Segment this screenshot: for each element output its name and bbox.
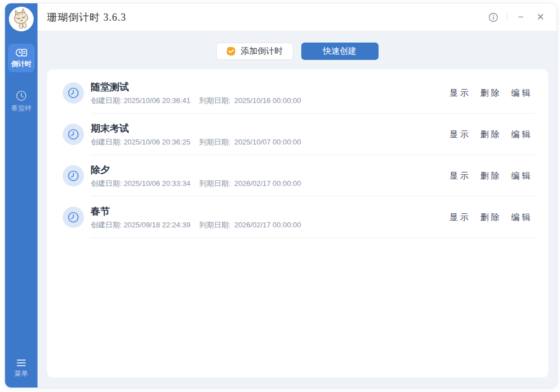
due-date-label: 到期日期:	[199, 221, 231, 229]
sidebar-menu-button[interactable]: 菜单	[15, 359, 28, 379]
title-bar: 珊瑚倒计时 3.6.3 − ✕	[38, 3, 557, 31]
minimize-icon: −	[518, 12, 524, 22]
due-date-value: 2026/02/17 00:00:00	[234, 221, 301, 229]
countdown-dates: 创建日期:2025/10/06 20:36:41 到期日期: 2025/10/1…	[91, 96, 301, 106]
item-actions: 显 示 删 除 编 辑	[449, 88, 530, 99]
app-logo-cat-avatar[interactable]	[9, 7, 34, 31]
edit-link[interactable]: 编 辑	[511, 129, 530, 140]
due-date: 到期日期: 2026/02/17 00:00:00	[199, 220, 301, 230]
countdown-list-item: 期末考试 创建日期:2025/10/06 20:36:25 到期日期: 2025…	[47, 114, 548, 155]
created-date-label: 创建日期:	[91, 138, 122, 146]
created-date-label: 创建日期:	[91, 96, 122, 105]
countdown-icon	[15, 48, 27, 58]
cat-illustration-icon	[9, 7, 34, 31]
controls-divider	[507, 13, 507, 21]
due-date: 到期日期: 2025/10/16 00:00:00	[199, 96, 301, 106]
window-controls: − ✕	[487, 11, 547, 24]
edit-link[interactable]: 编 辑	[511, 88, 530, 99]
due-date-label: 到期日期:	[199, 138, 231, 146]
show-link[interactable]: 显 示	[449, 171, 468, 181]
created-date: 创建日期:2025/10/06 20:33:34	[91, 179, 190, 189]
due-date-value: 2026/02/17 00:00:00	[234, 179, 301, 188]
quick-create-label: 快速创建	[323, 46, 357, 57]
clock-icon	[67, 211, 80, 224]
item-text: 期末考试 创建日期:2025/10/06 20:36:25 到期日期: 2025…	[91, 122, 301, 147]
item-actions: 显 示 删 除 编 辑	[449, 129, 530, 140]
sidebar-item-label: 番茄钟	[11, 104, 31, 113]
app-window: 倒计时 番茄钟 菜单 珊瑚倒计时 3.6.3	[4, 3, 557, 388]
item-actions: 显 示 删 除 编 辑	[449, 212, 530, 223]
clock-badge	[63, 207, 84, 228]
countdown-list-item: 春节 创建日期:2025/09/18 22:24:39 到期日期: 2026/0…	[47, 197, 548, 238]
close-button[interactable]: ✕	[534, 11, 547, 24]
delete-link[interactable]: 删 除	[480, 171, 500, 181]
item-text: 春节 创建日期:2025/09/18 22:24:39 到期日期: 2026/0…	[91, 205, 301, 230]
info-icon	[488, 12, 498, 22]
sidebar: 倒计时 番茄钟 菜单	[5, 3, 38, 388]
item-text: 随堂测试 创建日期:2025/10/06 20:36:41 到期日期: 2025…	[91, 81, 301, 106]
countdown-list-item: 除夕 创建日期:2025/10/06 20:33:34 到期日期: 2026/0…	[47, 155, 548, 197]
created-date-label: 创建日期:	[91, 221, 122, 229]
item-text: 除夕 创建日期:2025/10/06 20:33:34 到期日期: 2026/0…	[91, 164, 301, 189]
minimize-button[interactable]: −	[515, 11, 527, 24]
created-date-value: 2025/10/06 20:36:25	[124, 138, 190, 146]
sidebar-item-label: 倒计时	[11, 59, 31, 69]
delete-link[interactable]: 删 除	[480, 212, 500, 223]
menu-label: 菜单	[15, 369, 28, 379]
created-date-value: 2025/10/06 20:36:41	[124, 96, 190, 105]
due-date-label: 到期日期:	[199, 96, 231, 105]
check-badge-icon	[226, 46, 236, 56]
quick-create-button[interactable]: 快速创建	[301, 43, 379, 60]
show-link[interactable]: 显 示	[449, 212, 468, 223]
add-countdown-button[interactable]: 添加倒计时	[216, 43, 293, 60]
created-date: 创建日期:2025/10/06 20:36:25	[91, 137, 190, 147]
countdown-name: 随堂测试	[91, 81, 301, 94]
countdown-list-card: 随堂测试 创建日期:2025/10/06 20:36:41 到期日期: 2025…	[47, 69, 548, 377]
sidebar-item-countdown[interactable]: 倒计时	[8, 44, 35, 72]
item-actions: 显 示 删 除 编 辑	[449, 171, 530, 181]
app-title: 珊瑚倒计时 3.6.3	[47, 11, 127, 24]
close-icon: ✕	[536, 12, 544, 22]
clock-badge	[63, 124, 84, 145]
clock-icon	[67, 169, 80, 183]
countdown-name: 除夕	[91, 164, 301, 176]
due-date: 到期日期: 2026/02/17 00:00:00	[199, 179, 301, 189]
created-date-label: 创建日期:	[91, 179, 122, 188]
countdown-dates: 创建日期:2025/10/06 20:33:34 到期日期: 2026/02/1…	[91, 179, 301, 189]
add-countdown-label: 添加倒计时	[241, 46, 283, 57]
delete-link[interactable]: 删 除	[480, 129, 500, 140]
created-date-value: 2025/10/06 20:33:34	[124, 179, 190, 188]
countdown-dates: 创建日期:2025/09/18 22:24:39 到期日期: 2026/02/1…	[91, 220, 301, 230]
edit-link[interactable]: 编 辑	[511, 171, 530, 181]
created-date: 创建日期:2025/09/18 22:24:39	[91, 220, 190, 230]
countdown-dates: 创建日期:2025/10/06 20:36:25 到期日期: 2025/10/0…	[91, 137, 301, 147]
main-area: 珊瑚倒计时 3.6.3 − ✕	[38, 3, 557, 388]
show-link[interactable]: 显 示	[449, 129, 468, 140]
sidebar-item-pomodoro[interactable]: 番茄钟	[8, 86, 35, 116]
created-date: 创建日期:2025/10/06 20:36:41	[91, 96, 190, 106]
created-date-value: 2025/09/18 22:24:39	[124, 221, 190, 229]
countdown-list-item: 随堂测试 创建日期:2025/10/06 20:36:41 到期日期: 2025…	[47, 72, 548, 114]
edit-link[interactable]: 编 辑	[511, 212, 530, 223]
due-date-label: 到期日期:	[199, 179, 231, 188]
clock-icon	[67, 128, 80, 141]
content-area: 添加倒计时 快速创建	[38, 31, 557, 388]
countdown-name: 期末考试	[91, 122, 301, 135]
info-button[interactable]	[487, 11, 500, 24]
clock-badge	[63, 165, 84, 186]
pomodoro-clock-icon	[15, 90, 27, 102]
hamburger-menu-icon	[16, 359, 26, 367]
toolbar: 添加倒计时 快速创建	[38, 43, 557, 60]
show-link[interactable]: 显 示	[449, 88, 468, 99]
clock-badge	[63, 82, 84, 104]
countdown-name: 春节	[91, 205, 301, 218]
due-date-value: 2025/10/07 00:00:00	[234, 138, 301, 146]
clock-icon	[67, 86, 80, 100]
due-date-value: 2025/10/16 00:00:00	[234, 96, 301, 105]
delete-link[interactable]: 删 除	[480, 88, 500, 99]
due-date: 到期日期: 2025/10/07 00:00:00	[199, 137, 301, 147]
